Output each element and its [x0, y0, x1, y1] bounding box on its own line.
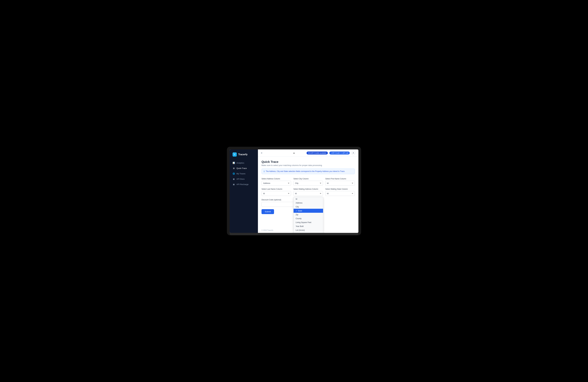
- info-banner-text: The Address, City and State selection fi…: [266, 170, 345, 172]
- svg-point-0: [353, 152, 354, 153]
- user-avatar[interactable]: [351, 151, 356, 155]
- first-name-column-select[interactable]: Id: [325, 181, 355, 186]
- footer-copyright: © 2024 Tracerfy: [261, 229, 273, 231]
- submit-button[interactable]: Submit: [261, 209, 274, 214]
- discount-input[interactable]: [261, 202, 294, 207]
- app-logo-icon: t: [232, 152, 237, 157]
- mailing-address-column-label: Select Mailing Address Column: [294, 188, 323, 190]
- app-name: Tracerfy: [238, 153, 248, 156]
- address-column-label: Select Address Column: [261, 178, 291, 180]
- address-column-group: Select Address Column Address: [261, 178, 291, 186]
- mailing-state-column-select[interactable]: Id: [325, 191, 355, 196]
- dropdown-item-zip[interactable]: Zip: [294, 213, 323, 217]
- dropdown-item-id[interactable]: Id: [294, 197, 323, 201]
- last-name-column-select[interactable]: Id: [261, 191, 291, 196]
- state-column-dropdown[interactable]: Id Address City ✓ State Zip County Livin…: [294, 197, 323, 233]
- form-row-1: Select Address Column Address Select Cit…: [261, 178, 355, 186]
- dropdown-item-lot-sq-ft[interactable]: Lot (Square Feet): [294, 232, 323, 233]
- city-column-label: Select City Column: [294, 178, 323, 180]
- last-name-column-label: Select Last Name Column: [261, 188, 291, 190]
- sidebar-item-my-traces[interactable]: 🌐 My Traces: [230, 171, 258, 176]
- main-content: ≡ 915 API Credits available 1 API Credit…: [258, 149, 358, 233]
- mailing-address-column-group: Select Mailing Address Column Id Id Addr…: [294, 188, 323, 196]
- hamburger-menu-icon[interactable]: ≡: [261, 152, 262, 154]
- top-bar: ≡ 915 API Credits available 1 API Credit…: [258, 149, 358, 157]
- analytics-icon: 📊: [232, 162, 235, 164]
- dropdown-item-city[interactable]: City: [294, 205, 323, 209]
- last-name-column-group: Select Last Name Column Id: [261, 188, 291, 196]
- dropdown-item-living-sq-ft[interactable]: Living Square Feet: [294, 221, 323, 224]
- mailing-state-column-label: Select Mailing State Column: [325, 188, 355, 190]
- form-row-2: Select Last Name Column Id Select Mailin…: [261, 188, 355, 196]
- page-subtitle: Make sure to select your matching column…: [261, 164, 355, 166]
- dropdown-item-state[interactable]: ✓ State: [294, 209, 323, 213]
- api-credits-badge: 915 API Credits available: [307, 152, 328, 155]
- sidebar-item-api-docs[interactable]: ▣ API Docs: [230, 176, 258, 181]
- first-name-column-group: Select First Name Column Id: [325, 178, 355, 186]
- api-ratio-badge: 1 API Credit = 1 API call: [329, 152, 350, 155]
- address-column-select[interactable]: Address: [261, 181, 291, 186]
- sidebar-item-quick-trace[interactable]: ⊞ Quick Trace: [230, 165, 258, 171]
- quick-trace-icon: ⊞: [232, 167, 235, 169]
- sidebar-item-analytics[interactable]: 📊 Analytics: [230, 160, 258, 165]
- info-icon: ℹ: [264, 170, 265, 173]
- my-traces-icon: 🌐: [232, 172, 235, 175]
- discount-label: Discount Code (optional): [261, 199, 281, 201]
- sidebar-item-quick-trace-label: Quick Trace: [236, 167, 247, 169]
- api-recharge-icon: ▣: [232, 183, 235, 185]
- dropdown-item-address[interactable]: Address: [294, 201, 323, 205]
- page-content: Quick Trace Make sure to select your mat…: [258, 157, 358, 233]
- discount-group: Discount Code (optional): [261, 198, 294, 207]
- sidebar-item-api-docs-label: API Docs: [236, 178, 245, 180]
- laptop-base: [230, 233, 358, 235]
- mailing-state-column-group: Select Mailing State Column Id: [325, 188, 355, 196]
- info-banner: ℹ The Address, City and State selection …: [261, 168, 355, 174]
- logo-area: t Tracerfy: [230, 152, 258, 160]
- dropdown-item-county[interactable]: County: [294, 217, 323, 221]
- sidebar-item-api-recharge-label: API Recharge: [236, 183, 249, 185]
- city-column-group: Select City Column City: [294, 178, 323, 186]
- page-title: Quick Trace: [261, 160, 355, 163]
- dropdown-item-year-built[interactable]: Year Built: [294, 224, 323, 228]
- top-bar-right: 915 API Credits available 1 API Credit =…: [307, 151, 356, 155]
- first-name-column-label: Select First Name Column: [325, 178, 355, 180]
- sidebar: t Tracerfy 📊 Analytics ⊞ Quick Trace 🌐 M…: [230, 149, 258, 233]
- city-column-select[interactable]: City: [294, 181, 323, 186]
- sidebar-item-api-recharge[interactable]: ▣ API Recharge: [230, 181, 258, 187]
- api-docs-icon: ▣: [232, 178, 235, 180]
- dropdown-item-lot-acres[interactable]: Lot (Acres): [294, 228, 323, 232]
- sidebar-item-analytics-label: Analytics: [236, 162, 244, 164]
- sidebar-item-my-traces-label: My Traces: [236, 173, 245, 175]
- mailing-address-column-select[interactable]: Id: [294, 191, 323, 196]
